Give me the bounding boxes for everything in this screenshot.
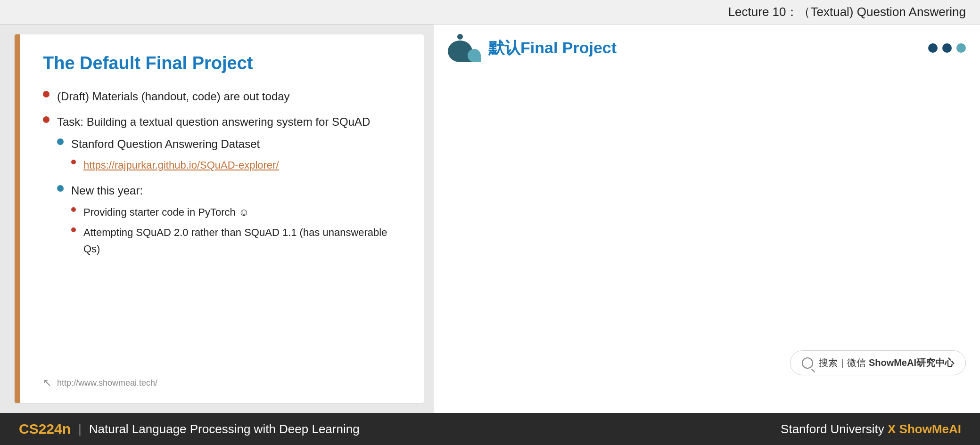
bullet-text-2: Task: Building a textual question answer…	[57, 113, 370, 131]
main-content: The Default Final Project (Draft) Materi…	[0, 24, 980, 413]
subsub-text-1: Providing starter code in PyTorch ☺	[83, 204, 249, 220]
search-label: 搜索｜微信	[819, 357, 869, 368]
bullet-dot-teal-2	[57, 185, 64, 192]
slide-title: The Default Final Project	[43, 53, 400, 73]
slide-footer: ↖ http://www.showmeai.tech/	[43, 367, 400, 389]
subsub-text-2: Attempting SQuAD 2.0 rather than SQuAD 1…	[83, 224, 400, 257]
right-panel: 默认Final Project 搜索｜微信 ShowMeAI研究中心	[434, 24, 980, 413]
x-mark: X	[888, 422, 899, 436]
right-panel-title: 默认Final Project	[488, 37, 617, 59]
course-code: CS224n	[19, 421, 71, 437]
nav-dot-1[interactable]	[928, 43, 938, 53]
nav-dot-3[interactable]	[956, 43, 966, 53]
sub-sub-list-2: Providing starter code in PyTorch ☺ Atte…	[71, 204, 400, 258]
lecture-title: Lecture 10：（Textual) Question Answering	[728, 5, 966, 19]
list-item: Providing starter code in PyTorch ☺	[71, 204, 400, 220]
slide-bullets: (Draft) Materials (handout, code) are ou…	[43, 88, 400, 273]
header-bar: Lecture 10：（Textual) Question Answering	[0, 0, 980, 24]
list-item: Task: Building a textual question answer…	[43, 113, 400, 266]
sub-list-2: Stanford Question Answering Dataset http…	[57, 135, 400, 261]
bullet-dot-red-2	[43, 116, 49, 123]
list-item: Stanford Question Answering Dataset http…	[57, 135, 400, 178]
logo-dot	[457, 34, 463, 40]
right-brand: 默认Final Project	[448, 34, 617, 62]
bullet-dot-red-3	[71, 207, 76, 212]
bottom-left: CS224n | Natural Language Processing wit…	[19, 421, 360, 437]
course-description: Natural Language Processing with Deep Le…	[89, 422, 360, 437]
bottom-divider: |	[78, 422, 82, 437]
slide-area: The Default Final Project (Draft) Materi…	[0, 24, 434, 413]
search-brand: ShowMeAI研究中心	[869, 357, 954, 368]
bullet-dot-red-link	[71, 160, 76, 164]
squad-link[interactable]: https://rajpurkar.github.io/SQuAD-explor…	[83, 157, 279, 173]
search-box[interactable]: 搜索｜微信 ShowMeAI研究中心	[790, 350, 966, 375]
cursor-icon: ↖	[43, 377, 51, 389]
logo-small-shape	[468, 49, 481, 62]
list-item: Attempting SQuAD 2.0 rather than SQuAD 1…	[71, 224, 400, 257]
footer-url: http://www.showmeai.tech/	[57, 378, 157, 388]
nav-dot-2[interactable]	[942, 43, 952, 53]
list-item: https://rajpurkar.github.io/SQuAD-explor…	[71, 157, 279, 173]
list-item: New this year: Providing starter code in…	[57, 182, 400, 261]
slide-card: The Default Final Project (Draft) Materi…	[14, 34, 424, 404]
nav-dots	[928, 43, 966, 53]
right-header: 默认Final Project	[448, 34, 966, 62]
bottom-right: Stanford University X ShowMeAI	[781, 422, 961, 437]
search-text: 搜索｜微信 ShowMeAI研究中心	[819, 356, 954, 369]
bullet-text-1: (Draft) Materials (handout, code) are ou…	[57, 88, 290, 105]
showmeai-logo	[448, 34, 481, 62]
bullet-item-2: Task: Building a textual question answer…	[43, 113, 400, 266]
bullet-dot-teal-1	[57, 138, 64, 145]
sub-text-1: Stanford Question Answering Dataset	[71, 135, 260, 153]
stanford-label: Stanford University	[781, 422, 884, 436]
sub-item-1: Stanford Question Answering Dataset http…	[57, 135, 279, 178]
sub-sub-list-1: https://rajpurkar.github.io/SQuAD-explor…	[71, 157, 279, 173]
sub-item-2: New this year: Providing starter code in…	[57, 182, 400, 261]
list-item: (Draft) Materials (handout, code) are ou…	[43, 88, 400, 105]
sub-text-2: New this year:	[71, 182, 143, 200]
showmeai-label: ShowMeAI	[899, 422, 961, 436]
bullet-dot-red-4	[71, 227, 76, 232]
bottom-bar: CS224n | Natural Language Processing wit…	[0, 413, 980, 445]
search-icon	[802, 357, 813, 369]
bullet-dot-red	[43, 91, 49, 97]
